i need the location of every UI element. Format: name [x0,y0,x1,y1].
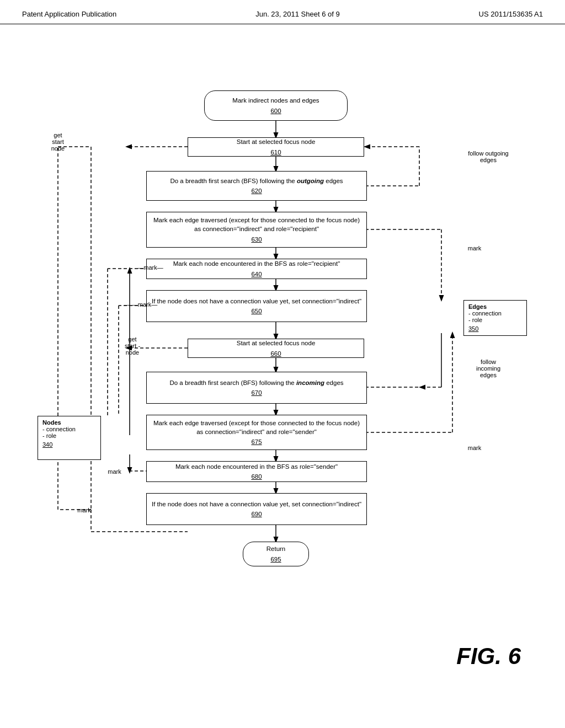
edges-350-box: Edges - connection - role 350 [463,300,527,336]
label-follow-outgoing: follow outgoing edges [466,150,510,163]
box-650: If the node does not have a connection v… [146,290,367,322]
box-690: If the node does not have a connection v… [146,493,367,525]
box-640: Mark each node encountered in the BFS as… [146,259,367,279]
nodes-340-box: Nodes - connection - role 340 [38,416,101,460]
header-center: Jun. 23, 2011 Sheet 6 of 9 [255,10,340,18]
label-mark-2: — —mark— [121,301,160,308]
header-right: US 2011/153635 A1 [479,10,543,18]
label-follow-incoming: followincomingedges [466,358,510,378]
box-670: Do a breadth first search (BFS) followin… [146,372,367,404]
label-get-start-node-top: getstartnode [36,132,80,152]
label-mark-1: —mark— [135,264,166,271]
label-get-start-node-bottom: getstart -node [110,336,154,356]
box-630: Mark each edge traversed (except for tho… [146,212,367,248]
label-mark-4: mark [69,507,99,513]
box-610: Start at selected focus node 610 [188,137,364,157]
page: Patent Application Publication Jun. 23, … [0,0,565,728]
box-620: Do a breadth first search (BFS) followin… [146,171,367,201]
figure-label: FIG. 6 [456,643,521,670]
label-mark-right-bot: mark [461,445,488,451]
box-675: Mark each edge traversed (except for tho… [146,415,367,450]
box-695: Return 695 [243,542,309,566]
diagram: Mark indirect nodes and edges 600 Start … [0,30,565,703]
label-mark-3: mark [99,468,130,475]
box-660: Start at selected focus node 660 [188,339,364,358]
page-header: Patent Application Publication Jun. 23, … [0,0,565,24]
box-600: Mark indirect nodes and edges 600 [204,90,348,121]
header-left: Patent Application Publication [22,10,116,18]
box-680: Mark each node encountered in the BFS as… [146,461,367,482]
label-mark-right-top: mark [461,245,488,251]
